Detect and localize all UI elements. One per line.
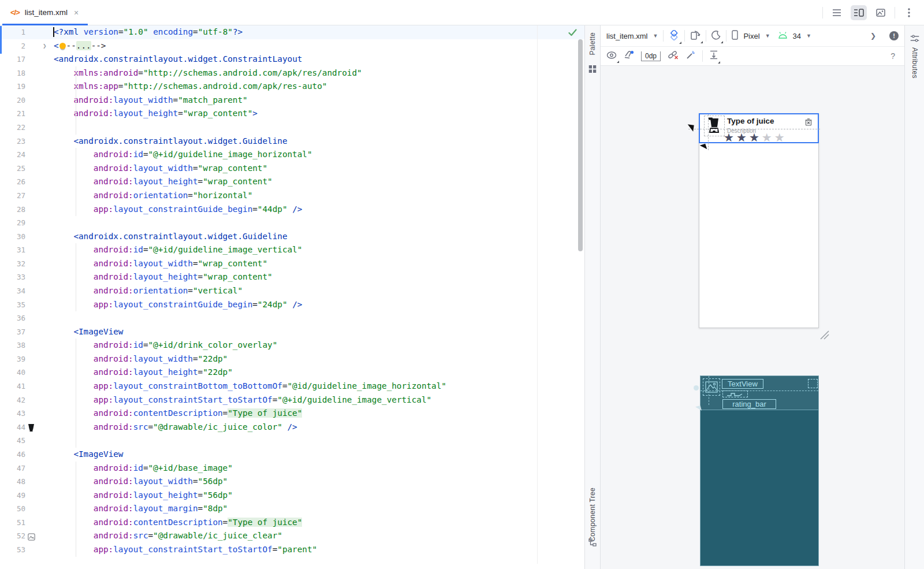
line-number: 24 (0, 148, 25, 162)
more-options-kebab-icon[interactable] (901, 5, 917, 20)
split-view-button[interactable] (851, 5, 867, 20)
blueprint-imageview[interactable] (703, 378, 720, 396)
code-line[interactable]: 45 (0, 434, 584, 448)
code-line[interactable]: 43android:contentDescription="Type of ju… (0, 407, 584, 421)
design-preview-panel: list_item.xml ▼ Pixel ▼ 34 (601, 25, 904, 569)
code-line[interactable]: 19xmlns:app="http://schemas.android.com/… (0, 80, 584, 94)
attributes-tab[interactable]: Attributes (911, 47, 919, 79)
autoconnect-magnet-icon[interactable] (624, 50, 634, 62)
code-line[interactable]: 17<androidx.constraintlayout.widget.Cons… (0, 53, 584, 66)
line-number: 43 (0, 407, 25, 421)
code-line[interactable]: 34android:orientation="vertical" (0, 284, 584, 298)
orientation-icon[interactable] (690, 30, 701, 42)
tab-close-icon[interactable]: × (74, 8, 79, 17)
component-tree-tab[interactable]: Component Tree (588, 488, 597, 542)
code-line[interactable]: 29 (0, 216, 584, 230)
code-line[interactable]: 44android:src="@drawable/ic_juice_color"… (0, 421, 584, 434)
code-line[interactable]: 36 (0, 311, 584, 325)
line-number: 49 (0, 489, 25, 503)
line-number: 19 (0, 80, 25, 94)
palette-icon (589, 65, 597, 75)
issue-panel-icon[interactable]: ! (889, 31, 899, 40)
code-line[interactable]: 42app:layout_constraintStart_toStartOf="… (0, 393, 584, 407)
code-line[interactable]: 48android:layout_width="56dp" (0, 475, 584, 489)
night-mode-icon[interactable] (711, 31, 721, 42)
right-margin-guide (537, 25, 538, 564)
line-number: 32 (0, 257, 25, 271)
design-surface[interactable]: Type of juice Description ★★★★★ (601, 66, 904, 569)
device-dropdown[interactable]: Pixel (743, 32, 759, 40)
constraint-anchor-arrow[interactable] (695, 406, 702, 412)
design-preview-screen[interactable]: Type of juice Description ★★★★★ (699, 113, 819, 328)
line-number: 38 (0, 339, 25, 352)
code-line[interactable]: 37<ImageView (0, 325, 584, 339)
code-line[interactable]: 52android:src="@drawable/ic_juice_clear" (0, 529, 584, 543)
code-line[interactable]: 2❯<--...--> (0, 39, 584, 53)
code-line[interactable]: 41app:layout_constraintBottom_toBottomOf… (0, 380, 584, 393)
design-view-button[interactable] (873, 5, 889, 20)
line-number: 50 (0, 502, 25, 516)
blueprint-view[interactable]: TextView rating_bar (700, 375, 819, 566)
line-number: 37 (0, 325, 25, 339)
code-line[interactable]: 23<androidx.constraintlayout.widget.Guid… (0, 135, 584, 148)
code-line[interactable]: 49android:layout_height="56dp" (0, 489, 584, 503)
blueprint-delete-button[interactable] (808, 379, 818, 388)
code-line[interactable]: 18xmlns:android="http://schemas.android.… (0, 66, 584, 80)
code-line[interactable]: 35app:layout_constraintGuide_begin="24dp… (0, 298, 584, 312)
code-line[interactable]: 38android:id="@+id/drink_color_overlay" (0, 339, 584, 352)
constraint-anchor[interactable] (694, 385, 699, 391)
help-icon[interactable]: ? (891, 51, 895, 61)
pack-align-icon[interactable] (710, 50, 718, 62)
code-view-button[interactable] (829, 5, 845, 20)
clear-constraints-icon[interactable] (668, 50, 679, 62)
code-line[interactable]: 33android:layout_height="wrap_content" (0, 270, 584, 284)
code-line[interactable]: 28app:layout_constraintGuide_begin="44dp… (0, 203, 584, 217)
inspections-ok-check-icon[interactable] (568, 28, 577, 39)
api-level-dropdown[interactable]: 34 (793, 32, 801, 40)
editor-scrollbar-thumb[interactable] (578, 39, 583, 251)
fold-arrow-icon[interactable]: ❯ (43, 39, 47, 53)
code-line[interactable]: 47android:id="@+id/base_image" (0, 462, 584, 475)
code-line[interactable]: 30<androidx.constraintlayout.widget.Guid… (0, 230, 584, 244)
preview-resize-handle[interactable] (819, 330, 829, 340)
code-line[interactable]: 31android:id="@+id/guideline_image_verti… (0, 243, 584, 257)
code-line[interactable]: 40android:layout_height="22dp" (0, 366, 584, 380)
code-line[interactable]: 21android:layout_height="wrap_content"> (0, 107, 584, 121)
line-number: 47 (0, 462, 25, 475)
code-line[interactable]: 50android:layout_margin="8dp" (0, 502, 584, 516)
indent-guide (76, 462, 76, 557)
code-line[interactable]: 39android:layout_width="22dp" (0, 352, 584, 366)
code-line[interactable]: 20android:layout_width="match_parent" (0, 94, 584, 107)
vertical-guideline[interactable] (708, 114, 709, 150)
design-surface-mode-icon[interactable] (669, 30, 679, 42)
palette-tab[interactable]: Palette (588, 32, 597, 55)
toolbar-overflow-chevron[interactable]: ❯ (870, 32, 876, 40)
code-line[interactable]: 32android:layout_width="wrap_content" (0, 257, 584, 271)
infer-constraints-wand-icon[interactable] (685, 50, 695, 62)
editor-tab-bar: </> list_item.xml × (0, 0, 924, 25)
blueprint-rating-bar[interactable]: rating_bar (722, 399, 776, 409)
code-line[interactable]: 46<ImageView (0, 448, 584, 462)
code-line[interactable]: 53app:layout_constraintStart_toStartOf="… (0, 543, 584, 557)
design-file-dropdown[interactable]: list_item.xml (606, 32, 648, 40)
blueprint-description-view[interactable] (722, 391, 748, 397)
default-margin-control[interactable]: 0dp (641, 51, 661, 61)
code-line[interactable]: 27android:orientation="horizontal" (0, 189, 584, 203)
code-line[interactable]: 26android:layout_height="wrap_content" (0, 175, 584, 189)
xml-code-editor[interactable]: 1<?xml version="1.0" encoding="utf-8"?>2… (0, 25, 584, 569)
code-line[interactable]: 51android:contentDescription="Type of ju… (0, 516, 584, 530)
changed-lines-marker (0, 26, 2, 54)
code-line[interactable]: 24android:id="@+id/guideline_image_horiz… (0, 148, 584, 162)
blueprint-textview[interactable]: TextView (722, 379, 763, 389)
divider (702, 50, 703, 62)
guideline-anchor-arrow[interactable] (687, 124, 694, 131)
code-line[interactable]: 25android:layout_width="wrap_content" (0, 162, 584, 176)
intention-bulb-icon[interactable] (59, 43, 66, 49)
code-line[interactable]: 22 (0, 121, 584, 135)
line-number: 46 (0, 448, 25, 462)
line-number: 31 (0, 243, 25, 257)
view-options-eye-icon[interactable] (606, 51, 617, 61)
tab-list-item-xml[interactable]: </> list_item.xml × (2, 0, 87, 25)
divider (822, 7, 823, 18)
code-line[interactable]: 1<?xml version="1.0" encoding="utf-8"?> (0, 25, 584, 39)
